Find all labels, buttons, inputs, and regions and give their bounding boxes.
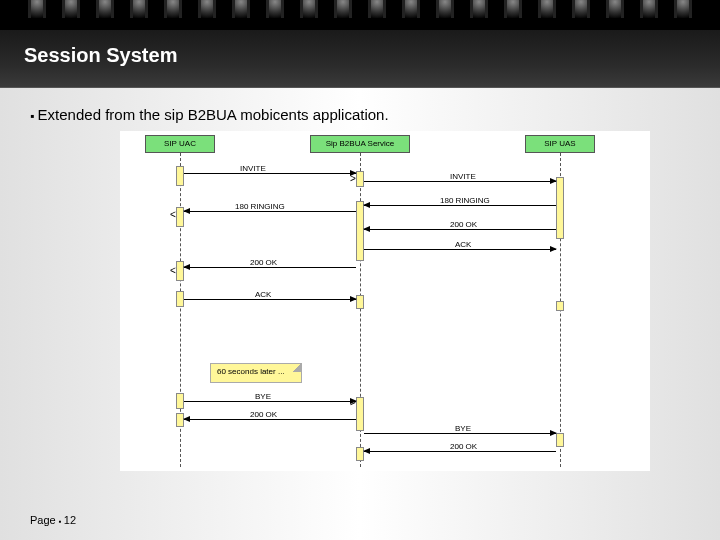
message-arrow: [184, 419, 356, 420]
message-arrow: [364, 205, 556, 206]
diagram-note: 60 seconds later ...: [210, 363, 302, 383]
activation-bar: [356, 397, 364, 431]
bullet-text: Extended from the sip B2BUA mobicents ap…: [30, 106, 690, 123]
self-marker: <: [170, 265, 176, 276]
message-label: 200 OK: [250, 258, 277, 267]
message-arrow: [364, 451, 556, 452]
message-label: BYE: [255, 392, 271, 401]
activation-bar: [556, 301, 564, 311]
message-arrow: [184, 211, 356, 212]
message-arrow: [364, 229, 556, 230]
self-marker: >: [350, 173, 356, 184]
message-arrow: [364, 433, 556, 434]
message-label: BYE: [455, 424, 471, 433]
message-label: ACK: [455, 240, 471, 249]
activation-bar: [176, 291, 184, 307]
slide-title: Session System: [0, 30, 720, 88]
message-label: 200 OK: [450, 442, 477, 451]
message-arrow: [184, 267, 356, 268]
message-label: 180 RINGING: [440, 196, 490, 205]
message-arrow: [184, 173, 356, 174]
message-arrow: [364, 249, 556, 250]
message-label: 200 OK: [250, 410, 277, 419]
activation-bar: [556, 177, 564, 239]
spiral-binding: [0, 0, 720, 30]
page-footer: Page ▪ 12: [30, 514, 76, 526]
activation-bar: [176, 393, 184, 409]
activation-bar: [356, 171, 364, 187]
message-arrow: [364, 181, 556, 182]
slide-body: Extended from the sip B2BUA mobicents ap…: [0, 88, 720, 471]
footer-page-number: 12: [64, 514, 76, 526]
lifeline-head: SIP UAC: [145, 135, 215, 153]
lifeline-head: SIP UAS: [525, 135, 595, 153]
message-arrow: [184, 401, 356, 402]
message-label: 180 RINGING: [235, 202, 285, 211]
message-label: INVITE: [240, 164, 266, 173]
message-label: 200 OK: [450, 220, 477, 229]
message-label: INVITE: [450, 172, 476, 181]
self-marker: >: [350, 397, 356, 408]
message-arrow: [184, 299, 356, 300]
activation-bar: [556, 433, 564, 447]
sequence-diagram: 60 seconds later ... SIP UACSip B2BUA Se…: [120, 131, 650, 471]
footer-label: Page: [30, 514, 56, 526]
activation-bar: [176, 166, 184, 186]
message-label: ACK: [255, 290, 271, 299]
activation-bar: [356, 295, 364, 309]
lifeline-head: Sip B2BUA Service: [310, 135, 410, 153]
self-marker: <: [170, 209, 176, 220]
